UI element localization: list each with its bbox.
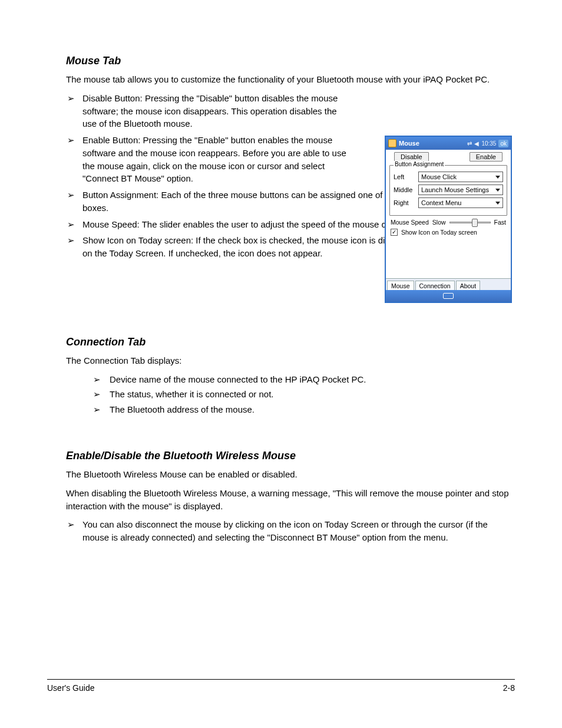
embedded-device-screenshot: Mouse ⇄ ◀ 10:35 ok Disable Enable Button… [385,136,512,303]
right-dropdown-value: Context Menu [421,199,461,206]
mouse-speed-slider[interactable] [449,218,491,226]
bullet-arrow-icon: ➢ [66,234,75,247]
tab-about[interactable]: About [456,281,480,291]
device-title: Mouse [399,140,419,147]
bullet-arrow-icon: ➢ [66,189,75,202]
left-label: Left [394,173,415,180]
bullet-text: The status, whether it is connected or n… [110,389,273,399]
mouse-speed-label: Mouse Speed [391,219,429,226]
chevron-down-icon [495,202,500,205]
section-heading-connection: Connection Tab [66,334,515,350]
bullet-arrow-icon: ➢ [66,218,75,231]
section-lead-enable: The Bluetooth Wireless Mouse can be enab… [66,468,515,481]
section-body-enable: When disabling the Bluetooth Wireless Mo… [66,487,515,513]
group-legend: Button Assignment [394,161,445,167]
bullet-arrow-icon: ➢ [93,388,101,401]
ok-button[interactable]: ok [498,140,508,147]
left-dropdown-value: Mouse Click [421,173,457,180]
bullet-arrow-icon: ➢ [66,518,75,531]
middle-label: Middle [394,186,415,193]
device-tabs: Mouse Connection About [386,278,511,290]
bullet-text: Disable Button: Pressing the "Disable" b… [82,93,338,129]
button-assignment-group: Button Assignment Left Mouse Click Middl… [389,165,507,216]
right-label: Right [394,199,415,206]
bullet-text: You can also disconnect the mouse by cli… [82,519,488,542]
volume-icon: ◀ [474,140,479,147]
bullet-arrow-icon: ➢ [66,92,75,105]
section-lead-mouse: The mouse tab allows you to customize th… [66,73,515,86]
tab-mouse[interactable]: Mouse [387,281,414,291]
speed-fast-label: Fast [494,219,506,226]
bullet-text: Device name of the mouse connected to th… [110,374,366,384]
bullet-text: Enable Button: Pressing the "Enable" but… [82,135,346,183]
enable-button[interactable]: Enable [470,152,503,162]
clock-text: 10:35 [481,140,496,147]
bullet-arrow-icon: ➢ [93,403,101,416]
show-icon-label: Show Icon on Today screen [401,229,477,236]
section-heading-enable: Enable/Disable the Bluetooth Wireless Mo… [66,448,515,463]
chevron-down-icon [495,189,500,192]
connectivity-icon: ⇄ [467,140,472,147]
device-titlebar: Mouse ⇄ ◀ 10:35 ok [386,137,511,150]
footer-right: 2-8 [503,683,515,693]
device-bottom-bar [386,290,511,302]
bullet-arrow-icon: ➢ [66,134,75,147]
start-icon [388,139,396,147]
footer-left: User's Guide [47,683,94,693]
right-dropdown[interactable]: Context Menu [418,197,503,208]
tab-connection[interactable]: Connection [415,281,455,291]
chevron-down-icon [495,176,500,179]
bullet-text: The Bluetooth address of the mouse. [110,404,254,414]
keyboard-icon[interactable] [443,293,454,299]
show-icon-checkbox[interactable]: ✓ [391,229,398,236]
left-dropdown[interactable]: Mouse Click [418,172,503,182]
disable-button[interactable]: Disable [394,152,429,162]
section-lead-connection: The Connection Tab displays: [66,354,515,367]
middle-dropdown-value: Launch Mouse Settings [421,186,489,193]
middle-dropdown[interactable]: Launch Mouse Settings [418,185,503,195]
section-heading-mouse: Mouse Tab [66,53,515,68]
bullet-arrow-icon: ➢ [93,373,101,386]
speed-slow-label: Slow [432,219,446,226]
